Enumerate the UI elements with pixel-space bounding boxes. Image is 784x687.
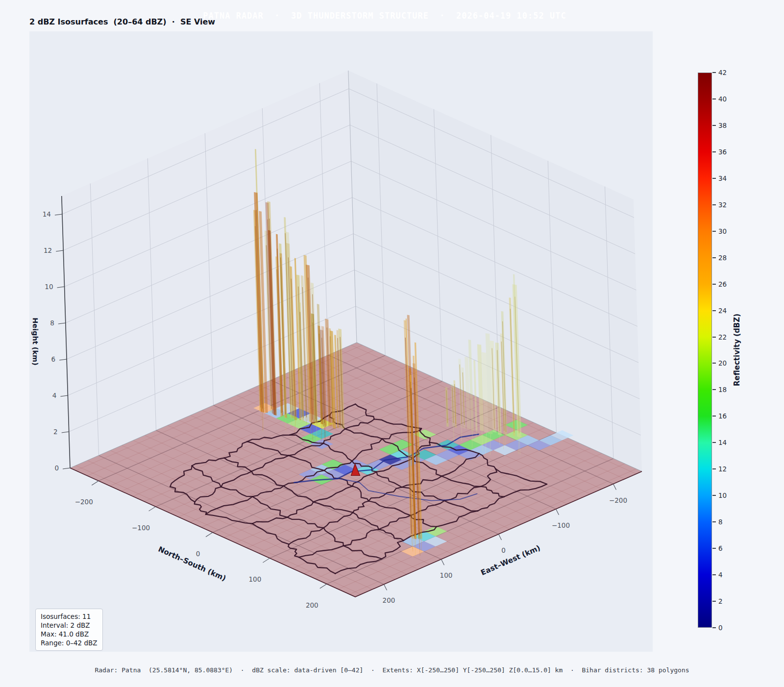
colorbar-tick-label: 26 <box>718 280 727 288</box>
colorbar-tick-label: 38 <box>718 122 727 129</box>
x-tick-label: −100 <box>552 521 570 529</box>
y-axis-label: North–South (km) <box>157 544 227 583</box>
plot-3d-scene: 02468101214Height (km)−200−1000100200Nor… <box>0 0 784 687</box>
colorbar-tick-mark <box>712 442 716 443</box>
colorbar-tick-label: 32 <box>718 201 727 209</box>
stats-line-range: Range: 0–42 dBZ <box>41 638 98 647</box>
colorbar-tick-mark <box>712 284 716 285</box>
colorbar-tick-mark <box>712 178 716 179</box>
colorbar-tick-mark <box>712 310 716 311</box>
x-tick-label: 100 <box>440 571 453 579</box>
colorbar-tick-label: 42 <box>718 69 727 76</box>
colorbar-tick-mark <box>712 151 716 152</box>
z-tick-label: 2 <box>53 428 58 436</box>
colorbar-tick-mark <box>712 337 716 338</box>
colorbar-tick-label: 16 <box>718 412 727 420</box>
z-tick-mark <box>55 214 62 215</box>
stats-line-interval: Interval: 2 dBZ <box>41 621 98 630</box>
colorbar-tick-mark <box>712 416 716 417</box>
y-tick-mark <box>149 507 156 511</box>
colorbar-tick-label: 8 <box>718 518 723 526</box>
colorbar-tick-mark <box>712 548 716 549</box>
isosurface-root <box>317 425 317 443</box>
isosurface-root <box>500 435 500 444</box>
colorbar-tick-label: 6 <box>718 544 723 552</box>
y-tick-mark <box>320 584 327 589</box>
z-tick-mark <box>60 395 68 396</box>
colorbar-tick-label: 36 <box>718 148 727 156</box>
colorbar-tick-label: 14 <box>718 439 727 446</box>
z-tick-label: 0 <box>54 464 59 472</box>
colorbar-tick-label: 24 <box>718 307 727 315</box>
x-tick-mark <box>499 534 502 540</box>
colorbar-tick-label: 40 <box>718 95 727 103</box>
colorbar-tick-mark <box>712 125 716 126</box>
colorbar-tick-label: 2 <box>718 597 723 605</box>
colorbar-tick-mark <box>712 389 716 390</box>
colorbar-tick-mark <box>712 495 716 496</box>
y-tick-label: 200 <box>306 601 318 609</box>
z-tick-label: 6 <box>51 355 56 363</box>
colorbar-tick-label: 34 <box>718 174 727 182</box>
stats-line-max: Max: 41.0 dBZ <box>41 630 98 638</box>
x-tick-mark <box>556 509 559 515</box>
z-tick-label: 4 <box>52 392 57 399</box>
colorbar-tick-mark <box>712 574 716 575</box>
isosurface-root <box>263 412 263 431</box>
z-tick-mark <box>63 468 70 469</box>
y-tick-label: −100 <box>132 524 150 532</box>
colorbar-tick-label: 12 <box>718 465 727 473</box>
z-tick-label: 10 <box>45 283 53 291</box>
colorbar-label: Reflectivity (dBZ) <box>733 314 741 386</box>
colorbar-tick-mark <box>712 72 716 73</box>
colorbar-tick-label: 28 <box>718 254 727 262</box>
y-tick-mark <box>92 481 98 485</box>
z-tick-mark <box>59 359 67 360</box>
y-tick-mark <box>206 533 213 537</box>
colorbar-tick-mark <box>712 601 716 602</box>
x-tick-label: −200 <box>609 496 627 504</box>
colorbar-tick-mark <box>712 468 716 469</box>
footer-note: Radar: Patna (25.5814°N, 85.0883°E) · dB… <box>0 666 784 674</box>
colorbar-tick-label: 18 <box>718 386 727 393</box>
stats-line-isosurfaces: Isosurfaces: 11 <box>41 612 98 621</box>
colorbar-gradient <box>698 73 712 628</box>
colorbar-tick-mark <box>712 204 716 205</box>
x-tick-mark <box>441 559 444 565</box>
colorbar-tick-mark <box>712 363 716 364</box>
colorbar-tick-label: 10 <box>718 491 727 499</box>
z-tick-label: 12 <box>44 246 52 254</box>
colorbar-tick-label: 22 <box>718 333 727 341</box>
x-tick-mark <box>613 484 616 490</box>
y-tick-mark <box>263 558 270 563</box>
z-axis-label: Height (km) <box>31 318 39 366</box>
y-tick-label: 100 <box>249 575 262 583</box>
isosurface-root <box>472 431 473 448</box>
isosurface-root <box>413 539 413 552</box>
z-tick-label: 14 <box>43 210 51 218</box>
colorbar-tick-mark <box>712 257 716 258</box>
colorbar-tick-mark <box>712 627 716 628</box>
z-tick-label: 8 <box>50 319 54 327</box>
colorbar-tick-mark <box>712 231 716 232</box>
isosurface-root <box>310 422 311 436</box>
colorbar-tick-label: 30 <box>718 227 727 235</box>
colorbar-tick-mark <box>712 98 716 99</box>
z-tick-mark <box>56 250 63 251</box>
z-tick-mark <box>57 287 65 288</box>
stats-box: Isosurfaces: 11 Interval: 2 dBZ Max: 41.… <box>35 609 103 651</box>
x-tick-label: 0 <box>501 546 506 554</box>
z-tick-mark <box>58 323 66 324</box>
x-tick-label: 200 <box>383 596 395 604</box>
y-tick-label: 0 <box>196 550 200 558</box>
figure-root: PATNA RADAR · 3D THUNDERSTORM STRUCTURE … <box>0 0 784 687</box>
x-tick-mark <box>384 584 387 590</box>
colorbar-tick-label: 0 <box>718 624 723 632</box>
x-axis-label: East–West (km) <box>479 543 541 577</box>
colorbar-tick-mark <box>712 521 716 522</box>
colorbar-tick-label: 20 <box>718 359 727 367</box>
colorbar-tick-label: 4 <box>718 571 723 579</box>
y-tick-label: −200 <box>75 498 93 506</box>
z-tick-mark <box>62 432 69 433</box>
colorbar: 024681012141618202224262830323436384042 <box>698 73 712 628</box>
